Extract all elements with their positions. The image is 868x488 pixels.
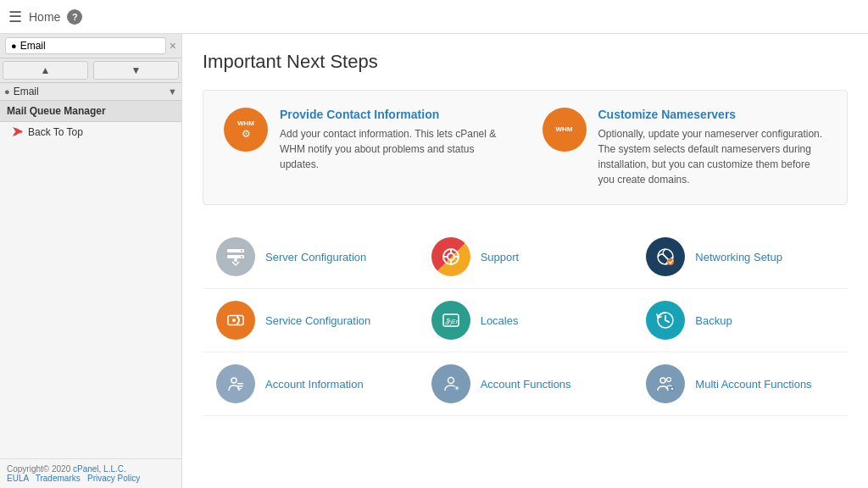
account-information-icon — [216, 364, 255, 403]
svg-point-2 — [241, 250, 242, 252]
account-functions-label: Account Functions — [481, 378, 571, 391]
sidebar-tab-email[interactable]: ● Email — [5, 37, 166, 54]
home-link[interactable]: Home — [29, 10, 60, 24]
networking-setup-label: Networking Setup — [695, 251, 782, 263]
next-steps-banner: WHM ⚙ Provide Contact Information Add yo… — [203, 90, 848, 205]
sidebar: ● Email × ▲ ▼ ● Email ▼ Mail Queue Manag… — [0, 34, 182, 488]
back-arrow-icon: ⮞ — [12, 125, 24, 139]
locales-icon: あ En — [431, 301, 470, 340]
service-configuration-label: Service Configuration — [265, 314, 370, 327]
cpanel-link[interactable]: cPanel, L.L.C. — [73, 464, 126, 474]
sidebar-footer: Copyright© 2020 cPanel, L.L.C. EULA Trad… — [0, 458, 181, 488]
feature-account-functions[interactable]: Account Functions — [418, 352, 633, 416]
contact-icon: WHM ⚙ — [224, 108, 268, 152]
multi-account-functions-icon — [646, 364, 685, 403]
feature-backup[interactable]: Backup — [632, 289, 848, 352]
svg-point-18 — [231, 378, 236, 383]
feature-service-configuration[interactable]: Service Configuration — [203, 289, 418, 352]
copyright-text: Copyright© 2020 — [7, 464, 73, 474]
search-dot-icon: ● — [11, 41, 17, 51]
nameservers-description: Optionally, update your nameserver confi… — [598, 126, 827, 187]
dropdown-arrow-icon[interactable]: ▼ — [168, 86, 177, 97]
next-step-contact: WHM ⚙ Provide Contact Information Add yo… — [224, 108, 509, 187]
nameservers-title[interactable]: Customize Nameservers — [598, 108, 827, 121]
service-configuration-icon — [216, 301, 255, 340]
nameservers-icon: WHM — [542, 108, 587, 152]
svg-rect-20 — [237, 385, 243, 387]
server-configuration-icon — [216, 237, 255, 276]
hamburger-icon[interactable]: ☰ — [8, 8, 22, 26]
next-step-nameservers: WHM Customize Nameservers Optionally, up… — [542, 108, 827, 187]
svg-rect-19 — [237, 383, 243, 385]
svg-text:En: En — [452, 319, 459, 324]
sidebar-nav-arrows: ▲ ▼ — [0, 58, 181, 83]
svg-point-6 — [448, 253, 454, 260]
nav-up-button[interactable]: ▲ — [3, 61, 88, 80]
nav-down-button[interactable]: ▼ — [93, 61, 179, 80]
account-information-label: Account Information — [265, 378, 364, 391]
page-title: Important Next Steps — [203, 51, 848, 73]
contact-title[interactable]: Provide Contact Information — [280, 108, 509, 121]
multi-account-functions-label: Multi Account Functions — [695, 378, 811, 391]
svg-point-13 — [232, 319, 236, 322]
contact-description: Add your contact information. This lets … — [280, 126, 509, 172]
feature-account-information[interactable]: Account Information — [203, 352, 418, 416]
privacy-link[interactable]: Privacy Policy — [87, 474, 140, 483]
main-layout: ● Email × ▲ ▼ ● Email ▼ Mail Queue Manag… — [0, 34, 868, 488]
svg-point-3 — [241, 256, 242, 258]
account-functions-icon — [431, 364, 470, 403]
main-content: Important Next Steps WHM ⚙ Provide Conta… — [182, 34, 868, 488]
feature-networking-setup[interactable]: Networking Setup — [632, 225, 848, 289]
feature-multi-account-functions[interactable]: Multi Account Functions — [632, 352, 848, 416]
svg-point-26 — [660, 378, 665, 383]
svg-rect-21 — [237, 388, 242, 390]
eula-link[interactable]: EULA — [7, 474, 29, 483]
backup-label: Backup — [695, 314, 732, 327]
contact-content: Provide Contact Information Add your con… — [280, 108, 509, 187]
networking-setup-icon — [646, 237, 685, 276]
server-configuration-label: Server Configuration — [265, 251, 366, 263]
locales-label: Locales — [481, 314, 519, 327]
support-icon — [431, 237, 470, 276]
help-icon[interactable]: ? — [67, 9, 82, 25]
feature-support[interactable]: Support — [418, 225, 633, 289]
svg-point-22 — [448, 378, 453, 384]
back-to-top-label: Back To Top — [28, 126, 83, 138]
support-label: Support — [481, 251, 520, 263]
feature-server-configuration[interactable]: Server Configuration — [203, 225, 418, 289]
sidebar-item-mail-queue-header[interactable]: Mail Queue Manager — [0, 101, 181, 122]
search-dot-icon2: ● — [4, 86, 10, 97]
svg-point-4 — [234, 258, 237, 262]
sidebar-tab-bar: ● Email × — [0, 34, 181, 58]
sidebar-item-back-to-top[interactable]: ⮞ Back To Top — [0, 122, 181, 142]
top-bar: ☰ Home ? — [0, 0, 868, 34]
feature-locales[interactable]: あ En Locales — [418, 289, 633, 352]
sidebar-search-label: Email — [14, 86, 168, 97]
nameservers-content: Customize Nameservers Optionally, update… — [598, 108, 827, 187]
feature-grid: Server Configuration Support — [203, 225, 848, 416]
sidebar-tab-label: Email — [20, 40, 46, 52]
trademarks-link[interactable]: Trademarks — [36, 474, 81, 483]
close-tab-icon[interactable]: × — [170, 39, 176, 53]
sidebar-search-row: ● Email ▼ — [0, 83, 181, 101]
backup-icon — [646, 301, 685, 340]
mail-queue-label: Mail Queue Manager — [7, 105, 106, 117]
svg-point-27 — [667, 378, 671, 382]
